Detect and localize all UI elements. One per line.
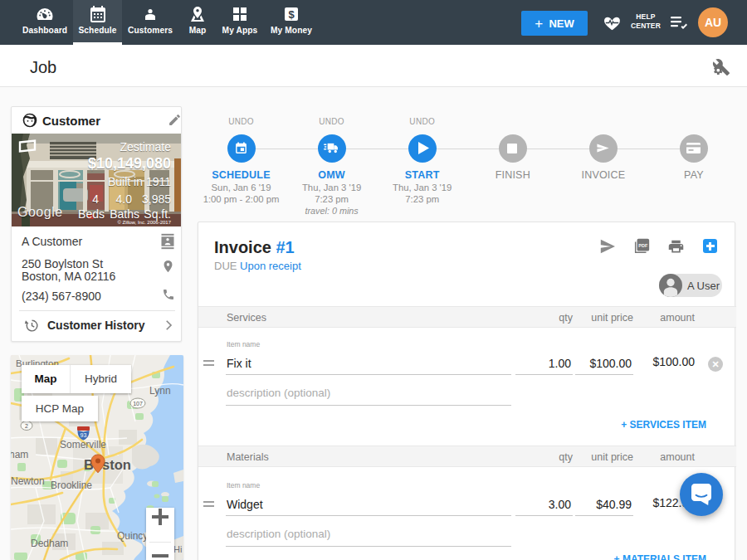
svg-text:Lynn: Lynn bbox=[149, 385, 171, 397]
svg-text:Newton: Newton bbox=[11, 475, 45, 487]
svg-text:PDF: PDF bbox=[638, 243, 648, 248]
svg-text:Boston: Boston bbox=[84, 457, 131, 472]
svg-text:Hi: Hi bbox=[173, 544, 182, 554]
svg-text:ham: ham bbox=[11, 449, 28, 460]
svg-text:$: $ bbox=[288, 8, 295, 21]
svg-text:Somerville: Somerville bbox=[60, 439, 106, 450]
svg-text:2: 2 bbox=[25, 423, 28, 429]
svg-text:Dedham: Dedham bbox=[31, 538, 68, 549]
svg-text:93: 93 bbox=[81, 432, 87, 438]
svg-text:Quincy: Quincy bbox=[117, 530, 148, 542]
svg-text:Brookline: Brookline bbox=[51, 480, 92, 491]
svg-text:107: 107 bbox=[133, 401, 143, 407]
